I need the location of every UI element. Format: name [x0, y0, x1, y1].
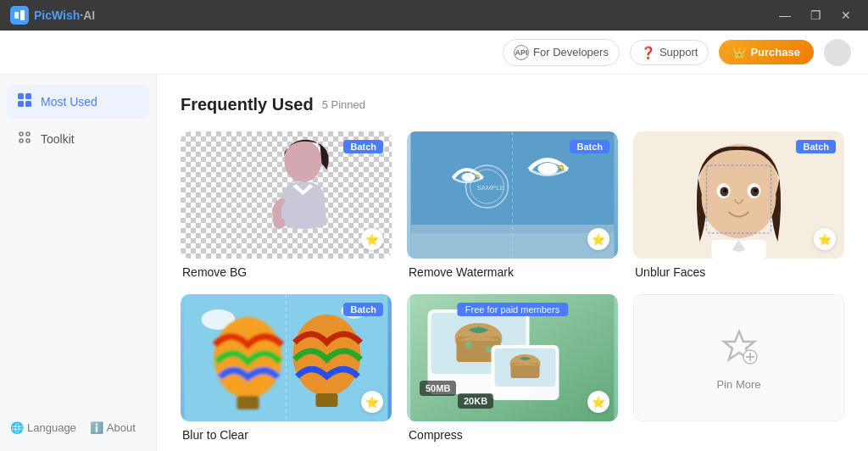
- star-remove-watermark[interactable]: ⭐: [587, 228, 609, 250]
- sidebar-item-toolkit-label: Toolkit: [41, 132, 75, 146]
- most-used-icon: [17, 92, 32, 111]
- content-area: Frequently Used 5 Pinned: [157, 75, 868, 451]
- tool-card-remove-watermark[interactable]: SAMPLE Batch ⭐ Remove Watermark: [407, 131, 618, 279]
- support-label: Support: [659, 46, 698, 58]
- thumb-remove-watermark: SAMPLE Batch ⭐: [407, 131, 618, 259]
- svg-point-6: [19, 132, 23, 136]
- top-nav: API For Developers ❓ Support 👑 Purchase: [0, 31, 868, 75]
- size-before-badge: 50MB: [420, 381, 456, 396]
- svg-point-49: [486, 346, 492, 353]
- sidebar-item-toolkit[interactable]: Toolkit: [7, 122, 149, 156]
- svg-point-9: [26, 139, 30, 142]
- purchase-button[interactable]: 👑 Purchase: [719, 40, 814, 64]
- tool-label-blur-to-clear: Blur to Clear: [181, 428, 392, 442]
- svg-text:SAMPLE: SAMPLE: [477, 184, 504, 192]
- svg-point-48: [465, 342, 472, 348]
- minimize-button[interactable]: —: [773, 7, 797, 24]
- tool-card-compress[interactable]: Free for paid members 50MB 20KB ⭐ Compre…: [407, 294, 618, 442]
- logo-icon: [10, 6, 29, 25]
- svg-point-11: [274, 217, 286, 229]
- tool-label-unblur-faces: Unblur Faces: [633, 265, 844, 279]
- titlebar: PicWish·AI — ❐ ✕: [0, 0, 868, 31]
- language-button[interactable]: 🌐 Language: [10, 421, 76, 434]
- tool-label-remove-watermark: Remove Watermark: [407, 265, 618, 279]
- crown-icon: 👑: [732, 46, 746, 58]
- tool-label-remove-bg: Remove BG: [181, 265, 392, 279]
- sidebar-nav: Most Used Toolkit: [7, 85, 149, 156]
- svg-rect-5: [25, 101, 31, 107]
- main-layout: Most Used Toolkit 🌐: [0, 75, 868, 451]
- toolkit-icon: [17, 130, 32, 148]
- close-button[interactable]: ✕: [834, 7, 858, 24]
- window-controls: — ❐ ✕: [773, 7, 858, 24]
- star-compress[interactable]: ⭐: [587, 391, 609, 413]
- app-logo: PicWish·AI: [10, 6, 95, 25]
- sidebar-item-most-used-label: Most Used: [41, 95, 97, 109]
- svg-rect-3: [25, 93, 31, 99]
- api-icon: API: [514, 45, 529, 60]
- batch-badge-remove-bg: Batch: [343, 140, 383, 153]
- developers-label: For Developers: [533, 46, 609, 58]
- logo-text: PicWish·AI: [34, 8, 95, 22]
- svg-rect-36: [237, 396, 259, 409]
- about-label: About: [107, 421, 136, 434]
- size-after-badge: 20KB: [458, 393, 493, 409]
- language-label: Language: [27, 421, 76, 434]
- support-icon: ❓: [641, 46, 655, 59]
- thumb-pin-more: Pin More: [633, 294, 844, 421]
- developers-button[interactable]: API For Developers: [503, 39, 620, 66]
- svg-rect-2: [18, 93, 24, 99]
- tool-card-blur-to-clear[interactable]: Batch ⭐ Blur to Clear: [181, 294, 392, 442]
- svg-rect-4: [18, 101, 24, 107]
- free-badge-compress: Free for paid members: [457, 303, 568, 316]
- batch-badge-remove-watermark: Batch: [570, 140, 609, 153]
- content-header: Frequently Used 5 Pinned: [181, 95, 844, 114]
- support-button[interactable]: ❓ Support: [630, 40, 709, 65]
- thumb-unblur-faces: Batch ⭐: [633, 131, 844, 259]
- tools-grid: Batch ⭐ Remove BG: [181, 131, 844, 442]
- star-blur-to-clear[interactable]: ⭐: [361, 391, 383, 413]
- sidebar-item-most-used[interactable]: Most Used: [7, 85, 149, 119]
- svg-point-29: [754, 189, 758, 192]
- star-remove-bg[interactable]: ⭐: [361, 228, 383, 250]
- svg-point-23: [702, 157, 776, 238]
- logo-suffix: ·AI: [80, 8, 95, 22]
- svg-rect-0: [14, 12, 19, 19]
- thumb-blur-to-clear: Batch ⭐: [181, 294, 392, 421]
- pin-more-icon: [718, 325, 760, 371]
- star-unblur-faces[interactable]: ⭐: [814, 228, 836, 250]
- tool-card-unblur-faces[interactable]: Batch ⭐ Unblur Faces: [633, 131, 844, 279]
- tool-card-remove-bg[interactable]: Batch ⭐ Remove BG: [181, 131, 392, 279]
- content-subtitle: 5 Pinned: [322, 98, 365, 111]
- svg-rect-1: [20, 10, 25, 20]
- svg-point-8: [19, 139, 23, 142]
- pin-more-label: Pin More: [716, 378, 760, 391]
- about-button[interactable]: ℹ️ About: [90, 421, 136, 434]
- info-icon: ℹ️: [90, 421, 103, 434]
- svg-point-7: [26, 132, 30, 136]
- language-icon: 🌐: [10, 421, 24, 434]
- avatar[interactable]: [824, 39, 851, 66]
- svg-point-10: [285, 140, 322, 182]
- svg-point-28: [724, 189, 727, 192]
- batch-badge-unblur-faces: Batch: [796, 140, 836, 153]
- svg-point-16: [538, 163, 559, 175]
- content-title: Frequently Used: [181, 95, 314, 114]
- sidebar: Most Used Toolkit 🌐: [0, 75, 157, 451]
- purchase-label: Purchase: [750, 46, 800, 58]
- tool-label-compress: Compress: [407, 428, 618, 442]
- maximize-button[interactable]: ❐: [804, 7, 827, 24]
- tool-card-pin-more[interactable]: Pin More: [633, 294, 844, 442]
- thumb-remove-bg: Batch ⭐: [181, 131, 392, 259]
- logo-brand: PicWish: [34, 8, 80, 22]
- sidebar-footer: 🌐 Language ℹ️ About: [7, 415, 149, 441]
- batch-badge-blur-to-clear: Batch: [343, 303, 383, 316]
- thumb-compress: Free for paid members 50MB 20KB ⭐: [407, 294, 618, 421]
- app-shell: API For Developers ❓ Support 👑 Purchase: [0, 31, 868, 451]
